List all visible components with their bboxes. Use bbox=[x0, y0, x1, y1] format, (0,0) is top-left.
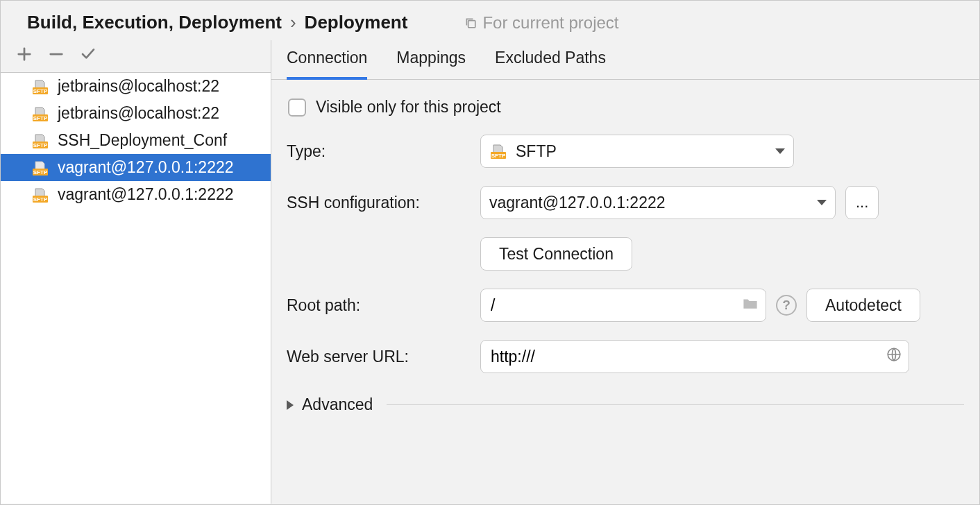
svg-text:SFTP: SFTP bbox=[33, 115, 48, 121]
breadcrumb-separator: › bbox=[290, 12, 296, 33]
chevron-down-icon bbox=[775, 148, 785, 154]
sftp-icon: SFTP bbox=[31, 132, 52, 149]
sftp-icon: SFTP bbox=[31, 187, 52, 203]
tab-connection[interactable]: Connection bbox=[287, 49, 367, 80]
details-pane: Connection Mappings Excluded Paths Visib… bbox=[271, 40, 979, 504]
remove-button[interactable] bbox=[47, 44, 66, 64]
visible-only-label: Visible only for this project bbox=[316, 98, 501, 117]
svg-text:SFTP: SFTP bbox=[33, 88, 48, 94]
connection-form: Visible only for this project Type: SFTP bbox=[271, 80, 979, 432]
breadcrumb-current: Deployment bbox=[305, 12, 408, 33]
autodetect-button[interactable]: Autodetect bbox=[806, 289, 920, 322]
sftp-icon: SFTP bbox=[31, 160, 52, 176]
test-connection-button[interactable]: Test Connection bbox=[480, 237, 632, 271]
tabs: Connection Mappings Excluded Paths bbox=[271, 40, 979, 80]
server-list-item[interactable]: SFTP SSH_Deployment_Conf bbox=[1, 127, 271, 154]
server-list-item[interactable]: SFTP vagrant@127.0.0.1:2222 bbox=[1, 181, 271, 208]
test-connection-row: Test Connection bbox=[287, 237, 964, 271]
server-list-item[interactable]: SFTP jetbrains@localhost:22 bbox=[1, 73, 271, 100]
add-button[interactable] bbox=[15, 44, 34, 64]
chevron-right-icon bbox=[287, 400, 294, 410]
copy-icon bbox=[464, 17, 477, 29]
breadcrumb-parent[interactable]: Build, Execution, Deployment bbox=[27, 12, 282, 33]
tab-excluded-paths[interactable]: Excluded Paths bbox=[495, 49, 606, 79]
type-select[interactable]: SFTP SFTP bbox=[480, 135, 794, 168]
root-path-row: Root path: ? Autodetect bbox=[287, 289, 964, 322]
autodetect-label: Autodetect bbox=[825, 296, 902, 315]
web-url-field[interactable] bbox=[491, 348, 879, 366]
sftp-icon: SFTP bbox=[31, 105, 52, 122]
breadcrumb: Build, Execution, Deployment › Deploymen… bbox=[1, 1, 979, 40]
svg-rect-0 bbox=[468, 20, 475, 27]
ssh-browse-label: ... bbox=[856, 194, 868, 212]
advanced-label: Advanced bbox=[302, 395, 373, 414]
svg-text:SFTP: SFTP bbox=[33, 196, 48, 203]
svg-text:SFTP: SFTP bbox=[33, 142, 48, 148]
root-path-label: Root path: bbox=[287, 296, 471, 315]
web-url-label: Web server URL: bbox=[287, 348, 471, 366]
ssh-config-select[interactable]: vagrant@127.0.0.1:2222 bbox=[480, 186, 836, 219]
server-list-item-label: SSH_Deployment_Conf bbox=[58, 131, 227, 150]
root-path-field[interactable] bbox=[491, 296, 736, 315]
ssh-row: SSH configuration: vagrant@127.0.0.1:222… bbox=[287, 186, 964, 219]
server-toolbar bbox=[1, 40, 271, 72]
server-list-item-label: vagrant@127.0.0.1:2222 bbox=[58, 158, 234, 177]
server-list-item[interactable]: SFTP vagrant@127.0.0.1:2222 bbox=[1, 154, 271, 181]
root-path-input[interactable] bbox=[480, 289, 766, 322]
svg-text:SFTP: SFTP bbox=[491, 153, 506, 159]
tab-mappings[interactable]: Mappings bbox=[396, 49, 466, 79]
web-url-row: Web server URL: bbox=[287, 340, 964, 373]
sftp-icon: SFTP bbox=[31, 78, 52, 95]
server-list-item-label: jetbrains@localhost:22 bbox=[58, 77, 219, 96]
server-list: SFTP jetbrains@localhost:22 SFTP jetbrai… bbox=[1, 72, 271, 504]
chevron-down-icon bbox=[817, 200, 827, 205]
server-list-item-label: jetbrains@localhost:22 bbox=[58, 104, 219, 123]
web-url-input[interactable] bbox=[480, 340, 909, 373]
svg-text:SFTP: SFTP bbox=[33, 169, 48, 176]
help-icon[interactable]: ? bbox=[776, 295, 797, 316]
ssh-browse-button[interactable]: ... bbox=[845, 186, 879, 219]
ssh-label: SSH configuration: bbox=[287, 194, 471, 212]
type-row: Type: SFTP SFTP bbox=[287, 135, 964, 168]
scope-note: For current project bbox=[464, 13, 618, 33]
advanced-section[interactable]: Advanced bbox=[287, 391, 964, 414]
server-list-item-label: vagrant@127.0.0.1:2222 bbox=[58, 185, 234, 204]
server-list-pane: SFTP jetbrains@localhost:22 SFTP jetbrai… bbox=[1, 40, 271, 504]
divider bbox=[387, 404, 964, 405]
visible-only-checkbox[interactable] bbox=[288, 99, 306, 117]
ssh-config-value: vagrant@127.0.0.1:2222 bbox=[489, 194, 666, 212]
visible-only-row: Visible only for this project bbox=[287, 98, 964, 117]
test-connection-label: Test Connection bbox=[499, 245, 614, 264]
type-value: SFTP bbox=[516, 142, 557, 161]
type-label: Type: bbox=[287, 142, 471, 161]
apply-button[interactable] bbox=[78, 44, 98, 64]
folder-icon[interactable] bbox=[742, 296, 759, 315]
sftp-icon: SFTP bbox=[489, 143, 510, 160]
server-list-item[interactable]: SFTP jetbrains@localhost:22 bbox=[1, 100, 271, 127]
globe-icon[interactable] bbox=[886, 347, 902, 366]
scope-note-label: For current project bbox=[482, 13, 618, 33]
